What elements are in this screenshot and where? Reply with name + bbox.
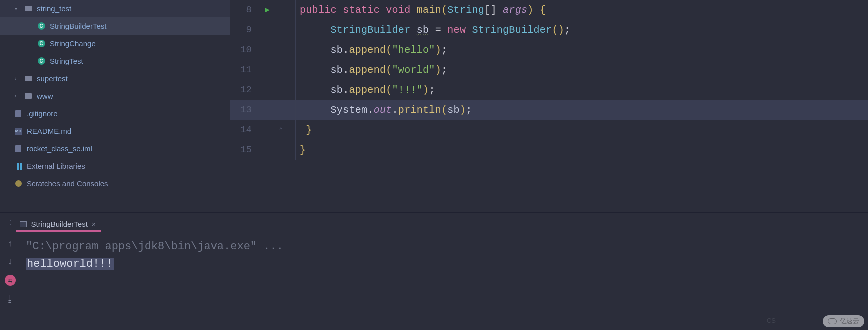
class-icon: C <box>37 22 46 31</box>
tree-label: supertest <box>37 74 68 83</box>
folder-icon <box>24 74 33 83</box>
markdown-icon: MD <box>14 127 23 136</box>
tree-label: StringTest <box>50 57 83 65</box>
code-text: StringBuilder sb = new StringBuilder(); <box>296 24 570 36</box>
code-line-9[interactable]: 9 StringBuilder sb = new StringBuilder()… <box>230 20 868 40</box>
console-toolbar: ↑ ↓ ⇆ ⭳ <box>0 232 21 330</box>
code-text: sb.append("world"); <box>296 64 447 76</box>
code-editor[interactable]: 8 ▶ public static void main(String[] arg… <box>230 0 868 212</box>
code-text: sb.append("!!!"); <box>296 84 435 96</box>
tree-label: README.md <box>27 127 71 135</box>
code-text: } <box>296 144 306 156</box>
library-icon <box>14 162 23 171</box>
code-line-11[interactable]: 11 sb.append("world"); <box>230 60 868 80</box>
tree-label: string_test <box>37 4 71 13</box>
scroll-down-icon[interactable]: ↓ <box>8 257 13 267</box>
run-tab-handle[interactable]: : <box>10 218 12 232</box>
console-command: "C:\program apps\jdk8\bin\java.exe" ... <box>26 238 863 255</box>
brand-watermark: 亿速云 <box>823 315 864 327</box>
chevron-right-icon: › <box>15 76 22 81</box>
tree-external-libraries[interactable]: External Libraries <box>0 157 230 175</box>
cs-watermark: CS <box>767 317 776 324</box>
line-number: 14 <box>230 124 260 135</box>
run-tabs: : StringBuilderTest × <box>0 213 868 232</box>
project-tree: ▾ string_test C StringBuilderTest C Stri… <box>0 0 230 212</box>
scroll-up-icon[interactable]: ↑ <box>8 239 13 249</box>
line-number: 12 <box>230 84 260 95</box>
tree-file-iml[interactable]: rocket_class_se.iml <box>0 140 230 157</box>
tree-label: Scratches and Consoles <box>27 179 108 188</box>
code-line-15[interactable]: 15 } <box>230 140 868 160</box>
close-icon[interactable]: × <box>92 220 96 228</box>
line-number: 13 <box>230 104 260 115</box>
folder-icon <box>24 4 33 13</box>
line-number: 15 <box>230 144 260 155</box>
line-number: 9 <box>230 24 260 35</box>
tree-scratches[interactable]: Scratches and Consoles <box>0 175 230 192</box>
run-gutter-icon[interactable]: ▶ <box>260 5 275 15</box>
soft-wrap-icon[interactable]: ⇆ <box>5 275 16 286</box>
chevron-down-icon: ▾ <box>15 6 22 11</box>
console-output[interactable]: "C:\program apps\jdk8\bin\java.exe" ... … <box>21 232 868 330</box>
class-icon: C <box>37 39 46 48</box>
line-number: 10 <box>230 44 260 55</box>
chevron-right-icon: › <box>15 93 22 99</box>
run-tab-label: StringBuilderTest <box>31 220 87 228</box>
export-icon[interactable]: ⭳ <box>6 294 15 304</box>
run-panel: : StringBuilderTest × ↑ ↓ ⇆ ⭳ "C:\progra… <box>0 212 868 330</box>
class-icon: C <box>37 57 46 66</box>
line-number: 11 <box>230 64 260 75</box>
tree-folder-www[interactable]: › www <box>0 87 230 105</box>
scratch-icon <box>14 179 23 188</box>
tree-label: www <box>37 92 53 100</box>
tree-folder-supertest[interactable]: › supertest <box>0 70 230 87</box>
fold-icon[interactable]: ⌃ <box>275 126 287 134</box>
code-text: System.out.println(sb); <box>296 104 472 116</box>
tree-class-stringchange[interactable]: C StringChange <box>0 35 230 52</box>
code-line-10[interactable]: 10 sb.append("hello"); <box>230 40 868 60</box>
code-text: public static void main(String[] args) { <box>296 4 546 16</box>
tree-label: StringBuilderTest <box>50 22 106 30</box>
tree-label: StringChange <box>50 39 96 48</box>
run-tab-stringbuildertest[interactable]: StringBuilderTest × <box>16 217 101 232</box>
tree-label: External Libraries <box>27 162 85 170</box>
tree-label: rocket_class_se.iml <box>27 144 92 153</box>
tree-class-stringtest[interactable]: C StringTest <box>0 52 230 70</box>
cloud-icon <box>828 318 837 324</box>
tree-label: .gitignore <box>27 109 58 118</box>
code-line-8[interactable]: 8 ▶ public static void main(String[] arg… <box>230 0 868 20</box>
code-text: sb.append("hello"); <box>296 44 447 56</box>
application-icon <box>20 221 27 227</box>
tree-folder-string-test[interactable]: ▾ string_test <box>0 0 230 17</box>
tree-file-gitignore[interactable]: .gitignore <box>0 105 230 122</box>
code-text: } <box>296 124 312 136</box>
file-icon <box>14 109 23 118</box>
folder-icon <box>24 92 33 101</box>
code-line-14[interactable]: 14 ⌃ } <box>230 120 868 140</box>
console-stdout: helloworld!!! <box>26 255 863 273</box>
line-number: 8 <box>230 4 260 15</box>
tree-file-readme[interactable]: MD README.md <box>0 122 230 140</box>
tree-class-stringbuildertest[interactable]: C StringBuilderTest <box>0 17 230 35</box>
code-line-12[interactable]: 12 sb.append("!!!"); <box>230 80 868 100</box>
file-icon <box>14 144 23 153</box>
code-line-13[interactable]: 13 System.out.println(sb); <box>230 100 868 120</box>
